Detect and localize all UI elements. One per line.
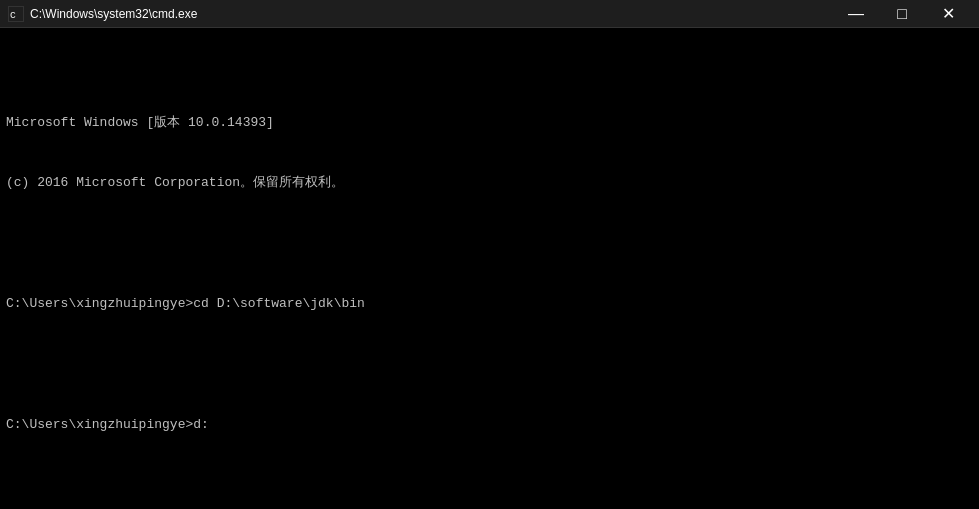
svg-text:C: C	[10, 10, 16, 21]
cmd-icon: C	[8, 6, 24, 22]
line-7	[6, 475, 973, 495]
window-controls: — □ ✕	[833, 0, 971, 28]
maximize-button[interactable]: □	[879, 0, 925, 28]
close-button[interactable]: ✕	[925, 0, 971, 28]
title-bar: C C:\Windows\system32\cmd.exe — □ ✕	[0, 0, 979, 28]
minimize-button[interactable]: —	[833, 0, 879, 28]
line-1: Microsoft Windows [版本 10.0.14393]	[6, 113, 973, 133]
line-6: C:\Users\xingzhuipingye>d:	[6, 415, 973, 435]
line-3	[6, 233, 973, 253]
line-2: (c) 2016 Microsoft Corporation。保留所有权利。	[6, 173, 973, 193]
cmd-window: C C:\Windows\system32\cmd.exe — □ ✕ Micr…	[0, 0, 979, 509]
terminal-area[interactable]: Microsoft Windows [版本 10.0.14393] (c) 20…	[0, 28, 979, 509]
line-5	[6, 354, 973, 374]
window-title: C:\Windows\system32\cmd.exe	[30, 7, 833, 21]
line-4: C:\Users\xingzhuipingye>cd D:\software\j…	[6, 294, 973, 314]
terminal-output: Microsoft Windows [版本 10.0.14393] (c) 20…	[6, 72, 973, 509]
